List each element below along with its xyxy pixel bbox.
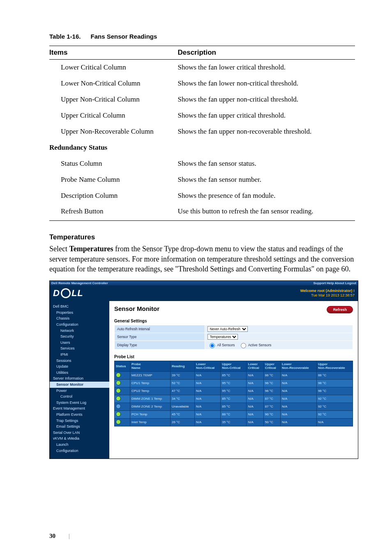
sidebar-item[interactable]: Utilities [50, 370, 109, 376]
sidebar-item[interactable]: IPMI [50, 352, 109, 358]
probe-cell: N/A [194, 387, 220, 395]
probe-header: ProbeName [130, 361, 171, 371]
sidebar-item[interactable]: Sessions [50, 358, 109, 364]
sidebar-item[interactable]: Server Information [50, 375, 109, 382]
general-settings-heading: General Settings [114, 319, 353, 323]
body-text-pre: Select [49, 245, 69, 253]
sidebar-item[interactable]: Dell BMC [50, 303, 109, 310]
panel-title: Sensor Monitor [114, 305, 353, 312]
cell-item: Refresh Button [49, 204, 178, 220]
probe-cell: N/A [247, 379, 263, 387]
sidebar-item[interactable]: Event Management [50, 405, 109, 412]
sidebar-item[interactable]: Email Settings [50, 424, 109, 430]
window-title-bar: Dell Remote Management Controller Suppor… [50, 281, 358, 285]
sidebar-item[interactable]: Control [50, 394, 109, 400]
probe-row: DIMM ZONE 1 Temp34 °CN/A85 °CN/A87 °CN/A… [115, 395, 353, 403]
welcome-line2: Tue Mar 19 2013 12:38:57 [300, 293, 355, 298]
probe-header: Reading [171, 361, 195, 371]
probe-row: DIMM ZONE 2 TempUnavailableN/A85 °CN/A87… [115, 403, 353, 410]
probe-cell: PCH Temp [130, 410, 171, 418]
radio-all-sensors[interactable]: All Sensors [208, 343, 235, 347]
status-icon [116, 380, 121, 385]
probe-cell: 85 °C [221, 371, 247, 379]
probe-cell: 87 °C [263, 395, 280, 403]
probe-cell: 35 °C [221, 418, 247, 426]
sidebar-item[interactable]: Platform Events [50, 412, 109, 418]
sidebar-item[interactable]: Users [50, 340, 109, 346]
status-icon [116, 373, 121, 378]
probe-list-heading: Probe List [114, 354, 353, 359]
table-row: Probe Name Column Shows the fan sensor n… [49, 172, 355, 188]
probe-cell: N/A [280, 395, 316, 403]
probe-cell: CPU1 Temp [130, 379, 171, 387]
probe-cell: 92 °C [316, 410, 353, 418]
probe-header: Status [115, 361, 130, 371]
probe-cell [115, 418, 130, 426]
probe-cell: DIMM ZONE 1 Temp [130, 395, 171, 403]
sidebar-item[interactable]: Services [50, 345, 109, 352]
header-bar: DLL Welcome root (Administrator) ! Tue M… [50, 285, 358, 301]
refresh-button[interactable]: Refresh [327, 306, 353, 313]
sidebar-item[interactable]: Configuration [50, 322, 109, 328]
probe-cell: 39 °C [171, 371, 195, 379]
welcome-line1: Welcome root (Administrator) ! [300, 289, 355, 294]
probe-cell: Inlet Temp [130, 418, 171, 426]
probe-cell: N/A [247, 371, 263, 379]
probe-cell: 45 °C [171, 410, 195, 418]
sensor-type-select[interactable]: Temperatures [208, 334, 238, 340]
probe-cell: N/A [280, 410, 316, 418]
radio-active-sensors[interactable]: Active Sensors [239, 343, 272, 347]
sidebar-item[interactable]: System Event Log [50, 400, 109, 406]
cell-desc: Shows the fan lower non-critical thresho… [178, 76, 355, 92]
sidebar-item[interactable]: Properties [50, 310, 109, 316]
probe-cell: 92 °C [316, 395, 353, 403]
probe-header: UpperCritical [263, 361, 280, 371]
status-icon [116, 419, 121, 424]
topbar-links[interactable]: Support Help About Logout [313, 281, 356, 285]
fans-table: Items Description Lower Critical Column … [49, 46, 355, 221]
probe-header: LowerCritical [247, 361, 263, 371]
gs-value: Temperatures [205, 333, 353, 341]
table-row: Refresh Button Use this button to refres… [49, 204, 355, 220]
probe-cell: 96 °C [263, 387, 280, 395]
probe-cell [115, 379, 130, 387]
sidebar-item[interactable]: Chassis [50, 315, 109, 322]
sidebar-item[interactable]: Launch [50, 442, 109, 448]
probe-cell [115, 371, 130, 379]
auto-refresh-select[interactable]: Never Auto-Refresh [208, 326, 248, 332]
body-text-bold: Temperatures [69, 245, 113, 253]
sidebar-item[interactable]: Network [50, 328, 109, 334]
probe-table: StatusProbeNameReadingLowerNon-CriticalU… [114, 361, 353, 426]
th-items: Items [49, 46, 178, 60]
probe-cell: 52 °C [171, 379, 195, 387]
sidebar-item[interactable]: Serial Over LAN [50, 430, 109, 436]
main-panel: Refresh Sensor Monitor General Settings … [109, 301, 358, 459]
table-row: Description Column Shows the presence of… [49, 188, 355, 204]
probe-cell: 88 °C [316, 371, 353, 379]
probe-header: UpperNon-Recoverable [316, 361, 353, 371]
probe-cell: N/A [194, 418, 220, 426]
sidebar-item[interactable]: vKVM & vMedia [50, 436, 109, 442]
sidebar-item[interactable]: Power [50, 388, 109, 394]
sidebar-item[interactable]: Update [50, 364, 109, 370]
probe-cell: 98 °C [316, 387, 353, 395]
body-paragraph: Select Temperatures from the Sensor Type… [49, 244, 355, 274]
sidebar-item[interactable]: Trap Settings [50, 418, 109, 424]
th-desc: Description [178, 46, 355, 60]
sidebar-item[interactable]: Sensor Monitor [50, 382, 109, 388]
sidebar-item[interactable]: Configuration [50, 448, 109, 454]
window-title: Dell Remote Management Controller [51, 281, 108, 285]
sidebar-item[interactable]: Security [50, 334, 109, 340]
probe-cell: 88 °C [221, 410, 247, 418]
table-row: Upper Non-Recoverable Column Shows the f… [49, 124, 355, 140]
probe-cell [115, 410, 130, 418]
cell-desc: Shows the presence of fan module. [178, 188, 355, 204]
general-settings-table: Auto Refresh Interval Never Auto-Refresh… [114, 325, 353, 350]
section-heading: Temperatures [49, 233, 355, 241]
probe-cell: 95 °C [221, 387, 247, 395]
probe-cell: 90 °C [263, 410, 280, 418]
table-caption-number: Table 1-16. [49, 33, 81, 40]
probe-cell: N/A [280, 403, 316, 410]
table-row: Upper Critical Column Shows the fan uppe… [49, 108, 355, 124]
section-header: Redundancy Status [49, 140, 355, 156]
